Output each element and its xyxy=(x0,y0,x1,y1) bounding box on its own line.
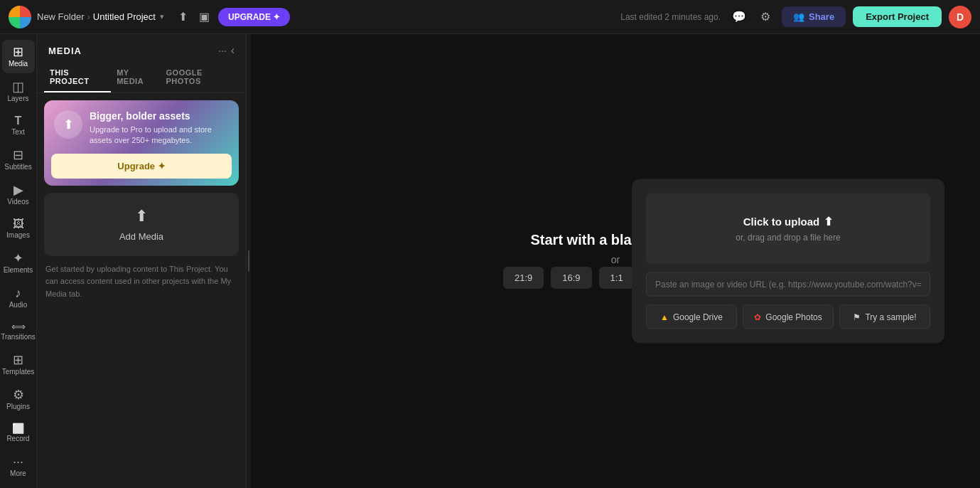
sidebar-item-more[interactable]: ··· More xyxy=(2,450,35,483)
upload-icon-btn[interactable]: ⬆ xyxy=(176,7,190,26)
media-panel-body: ⬆ Bigger, bolder assets Upgrade to Pro t… xyxy=(37,93,246,488)
templates-icon: ⊞ xyxy=(13,354,23,366)
transitions-icon: ⟺ xyxy=(11,322,26,331)
upgrade-button[interactable]: UPGRADE ✦ xyxy=(218,8,290,26)
upload-title-text: Click to upload xyxy=(743,216,820,228)
topbar: New Folder › Untitled Project ▾ ⬆ ▣ UPGR… xyxy=(0,0,980,34)
media-icon: ⊞ xyxy=(13,46,23,58)
videos-icon: ▶ xyxy=(14,184,23,196)
tab-my-media[interactable]: MY MEDIA xyxy=(111,63,160,92)
tab-this-project[interactable]: THIS PROJECT xyxy=(44,63,111,92)
topbar-icons: ⬆ ▣ xyxy=(176,7,212,26)
google-drive-button[interactable]: ▲ Google Drive xyxy=(646,305,737,329)
ratio-btn-16-9[interactable]: 16:9 xyxy=(551,267,591,289)
sidebar-item-templates[interactable]: ⊞ Templates xyxy=(2,348,35,381)
sidebar: ⊞ Media ◫ Layers T Text ⊟ Subtitles ▶ Vi… xyxy=(0,34,37,488)
add-media-button[interactable]: ⬆ Add Media xyxy=(44,193,239,256)
sample-icon: ⚑ xyxy=(853,312,861,322)
upgrade-card: ⬆ Bigger, bolder assets Upgrade to Pro t… xyxy=(44,100,239,186)
sidebar-item-record[interactable]: ⬜ Record xyxy=(2,418,35,448)
comments-icon-btn[interactable]: 💬 xyxy=(728,7,750,26)
record-icon: ⬜ xyxy=(12,423,24,433)
layers-icon: ◫ xyxy=(12,80,24,93)
upgrade-card-button[interactable]: Upgrade ✦ xyxy=(51,154,232,179)
upload-services: ▲ Google Drive ✿ Google Photos ⚑ Try a s… xyxy=(646,305,930,329)
google-photos-button[interactable]: ✿ Google Photos xyxy=(743,305,834,329)
try-sample-button[interactable]: ⚑ Try a sample! xyxy=(839,305,930,329)
add-media-icon: ⬆ xyxy=(135,207,148,226)
elements-icon: ✦ xyxy=(13,252,23,265)
project-breadcrumb: New Folder › Untitled Project ▾ xyxy=(37,11,164,22)
project-name[interactable]: Untitled Project xyxy=(93,11,156,22)
text-icon: T xyxy=(15,115,22,127)
upload-zone[interactable]: Click to upload ⬆ or, drag and drop a fi… xyxy=(646,193,930,264)
folder-name[interactable]: New Folder xyxy=(37,11,84,22)
google-photos-icon: ✿ xyxy=(754,312,761,322)
sidebar-item-videos[interactable]: ▶ Videos xyxy=(2,178,35,211)
plugins-icon: ⚙ xyxy=(13,388,24,401)
upgrade-card-title: Bigger, bolder assets xyxy=(90,110,229,122)
audio-icon: ♪ xyxy=(15,287,21,299)
main-area: ⊞ Media ◫ Layers T Text ⊟ Subtitles ▶ Vi… xyxy=(0,34,980,488)
sidebar-item-media[interactable]: ⊞ Media xyxy=(2,40,35,73)
url-input[interactable] xyxy=(646,272,930,297)
sidebar-item-layers[interactable]: ◫ Layers xyxy=(2,75,35,108)
ratio-btn-1-1[interactable]: 1:1 xyxy=(599,267,635,289)
media-help-text: Get started by uploading content to This… xyxy=(44,263,239,301)
sidebar-item-elements[interactable]: ✦ Elements xyxy=(2,246,35,280)
media-panel: MEDIA ··· ‹ THIS PROJECT MY MEDIA GOOGLE… xyxy=(37,34,247,488)
share-button[interactable]: 👥 Share xyxy=(782,6,846,27)
upload-icon: ⬆ xyxy=(824,215,833,228)
export-button[interactable]: Export Project xyxy=(853,6,942,27)
app-logo[interactable] xyxy=(9,6,31,28)
upgrade-card-icon: ⬆ xyxy=(54,110,82,139)
sidebar-item-audio[interactable]: ♪ Audio xyxy=(2,281,35,314)
avatar[interactable]: D xyxy=(949,6,971,28)
drag-drop-text: or, drag and drop a file here xyxy=(736,233,840,243)
sidebar-item-plugins[interactable]: ⚙ Plugins xyxy=(2,383,35,416)
tab-google-photos[interactable]: GOOGLE PHOTOS xyxy=(161,63,239,92)
or-divider: or xyxy=(611,254,620,265)
subtitles-icon: ⊟ xyxy=(13,149,23,161)
media-tabs: THIS PROJECT MY MEDIA GOOGLE PHOTOS xyxy=(37,63,246,93)
url-input-row xyxy=(646,272,930,297)
sidebar-item-transitions[interactable]: ⟺ Transitions xyxy=(2,316,35,346)
media-panel-header: MEDIA ··· ‹ xyxy=(37,34,246,63)
last-edited-text: Last edited 2 minutes ago. xyxy=(620,12,721,22)
media-panel-title: MEDIA xyxy=(48,46,82,56)
settings-icon-btn[interactable]: ⚙ xyxy=(756,7,775,26)
google-drive-icon: ▲ xyxy=(660,312,669,322)
upload-box: Click to upload ⬆ or, drag and drop a fi… xyxy=(632,179,944,344)
project-dropdown-icon[interactable]: ▾ xyxy=(160,12,164,21)
canvas-area: Start with a blank canvas 21:9 16:9 1:1 … xyxy=(251,34,980,488)
media-more-options-btn[interactable]: ··· xyxy=(218,45,227,56)
upgrade-card-description: Upgrade to Pro to upload and store asset… xyxy=(90,124,229,147)
images-icon: 🖼 xyxy=(13,218,24,230)
topbar-right: Last edited 2 minutes ago. 💬 ⚙ 👥 Share E… xyxy=(620,6,971,28)
sidebar-item-text[interactable]: T Text xyxy=(2,110,35,142)
ratio-btn-21-9[interactable]: 21:9 xyxy=(503,267,544,289)
preview-icon-btn[interactable]: ▣ xyxy=(196,7,212,26)
more-icon: ··· xyxy=(13,455,23,468)
sidebar-item-subtitles[interactable]: ⊟ Subtitles xyxy=(2,143,35,176)
collapse-panel-btn[interactable]: ‹ xyxy=(231,44,235,57)
sidebar-item-images[interactable]: 🖼 Images xyxy=(2,213,35,245)
